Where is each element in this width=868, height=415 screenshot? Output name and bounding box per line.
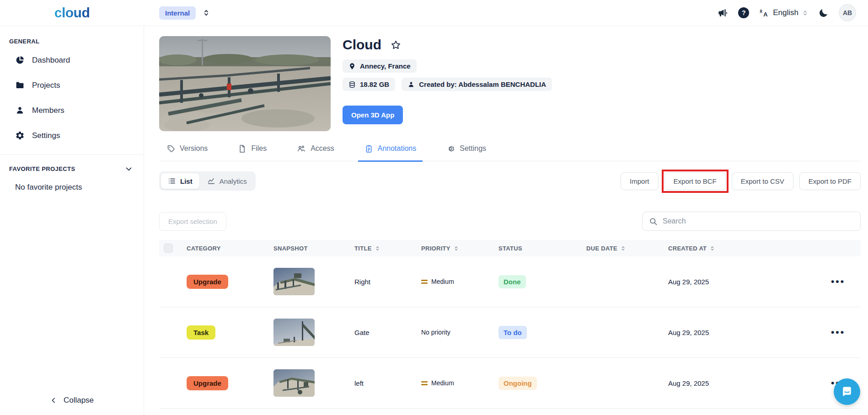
snapshot-thumbnail[interactable] [273,268,315,295]
chevron-left-icon [50,397,57,404]
sidebar-divider [0,154,144,155]
select-all-checkbox[interactable] [164,244,173,253]
project-title: Cloud [343,37,381,53]
column-priority[interactable]: PRIORITY [421,245,498,252]
favorites-section-header[interactable]: FAVORITE PROJECTS [0,165,144,173]
export-to-bcf-button[interactable]: Export to BCF [664,172,726,190]
sidebar-item-members[interactable]: Members [0,98,144,123]
tag-icon [166,144,175,153]
tab-label: Files [251,144,267,153]
project-info: Cloud Annecy, France 18.82 GB [343,36,552,131]
row-actions-button[interactable]: ••• [831,330,861,335]
language-label: English [773,8,798,17]
column-created-at[interactable]: CREATED AT [668,245,790,252]
annotation-title[interactable]: Gate [354,329,421,336]
view-toggle: List Analytics [159,171,256,191]
workspace-unfold-icon[interactable] [202,9,210,17]
view-toggle-label: List [180,177,193,185]
chat-widget-button[interactable] [834,378,860,405]
project-size-badge: 18.82 GB [343,78,395,91]
list-icon [168,177,176,185]
tab-label: Settings [460,144,486,153]
snapshot-thumbnail[interactable] [273,369,315,397]
sidebar-item-label: Settings [32,131,60,140]
tab-files[interactable]: Files [231,144,273,162]
snapshot-thumbnail[interactable] [273,319,315,346]
table-row[interactable]: Upgrade Right Medium Done [159,256,861,307]
user-avatar[interactable]: AB [839,4,856,21]
project-size: 18.82 GB [360,80,389,88]
table-row[interactable]: Upgrade left Medium Ongoin [159,358,861,409]
sidebar-item-label: Members [32,106,64,115]
category-badge: Upgrade [187,275,228,289]
svg-text:A: A [763,11,767,18]
category-badge: Task [187,325,215,340]
sidebar-item-projects[interactable]: Projects [0,73,144,98]
priority-cell: No priority [421,329,498,336]
language-unfold-icon [802,10,808,16]
export-to-csv-button[interactable]: Export to CSV [732,172,793,190]
sidebar-item-label: Dashboard [32,56,70,65]
chevron-down-icon [125,165,133,173]
project-tabs: Versions Files Access Annotations Settin… [159,144,861,161]
project-location: Annecy, France [360,62,411,70]
tab-access[interactable]: Access [290,144,341,162]
priority-medium-icon [421,381,428,385]
annotations-toolbar: List Analytics Import Export to BCF Expo… [159,171,861,191]
project-image [159,36,331,131]
language-selector[interactable]: ẋA English [759,8,808,18]
tab-label: Versions [180,144,208,153]
sidebar-general-label: GENERAL [0,38,144,48]
table-controls: Export selection [159,212,861,231]
workspace-badge[interactable]: Internal [159,6,196,20]
sort-icon [620,245,626,251]
category-badge: Upgrade [187,376,228,390]
search-icon [649,217,658,226]
tab-versions[interactable]: Versions [160,144,214,162]
export-to-pdf-button[interactable]: Export to PDF [799,172,861,190]
announcements-icon[interactable] [718,8,728,18]
app-logo[interactable]: cloud [54,5,90,21]
translate-icon: ẋA [759,8,769,18]
location-pin-icon [348,63,356,70]
export-selection-button[interactable]: Export selection [159,212,226,231]
import-button[interactable]: Import [621,172,659,190]
sort-icon [709,245,715,251]
project-location-badge: Annecy, France [343,59,417,73]
status-badge: Ongoing [498,377,537,390]
status-badge: To do [498,326,527,339]
table-row[interactable]: Task Gate No priority To do Aug 2 [159,307,861,358]
file-icon [238,144,246,153]
view-toggle-list[interactable]: List [161,173,199,189]
open-3d-app-button[interactable]: Open 3D App [343,106,403,124]
dark-mode-moon-icon[interactable] [818,8,829,18]
search-input[interactable] [663,217,854,225]
chat-icon [840,385,854,399]
clipboard-icon [364,144,373,153]
tab-settings[interactable]: Settings [440,144,493,162]
favorites-label: FAVORITE PROJECTS [9,165,75,172]
folder-icon [15,80,25,90]
sidebar-collapse-button[interactable]: Collapse [0,396,144,405]
tab-label: Access [311,144,334,153]
search-box[interactable] [642,212,861,231]
column-title[interactable]: TITLE [354,245,421,252]
sort-icon [375,245,380,251]
workspace-switcher[interactable]: Internal [159,6,210,20]
column-snapshot: SNAPSHOT [273,245,354,252]
tab-annotations[interactable]: Annotations [358,144,423,162]
column-due-date[interactable]: DUE DATE [586,245,668,252]
sidebar-item-settings[interactable]: Settings [0,123,144,148]
column-category: CATEGORY [187,245,273,252]
logo-area: cloud [0,5,144,21]
annotation-title[interactable]: left [354,379,421,387]
project-creator: Created by: Abdessalam BENCHADLIA [419,80,546,88]
help-icon[interactable]: ? [738,7,749,18]
person-icon [407,81,415,88]
annotation-title[interactable]: Right [354,278,421,286]
favorite-star-icon[interactable] [391,40,401,50]
view-toggle-analytics[interactable]: Analytics [200,173,254,189]
sidebar-item-dashboard[interactable]: Dashboard [0,48,144,73]
created-at-cell: Aug 29, 2025 [668,329,790,336]
row-actions-button[interactable]: ••• [831,279,861,284]
